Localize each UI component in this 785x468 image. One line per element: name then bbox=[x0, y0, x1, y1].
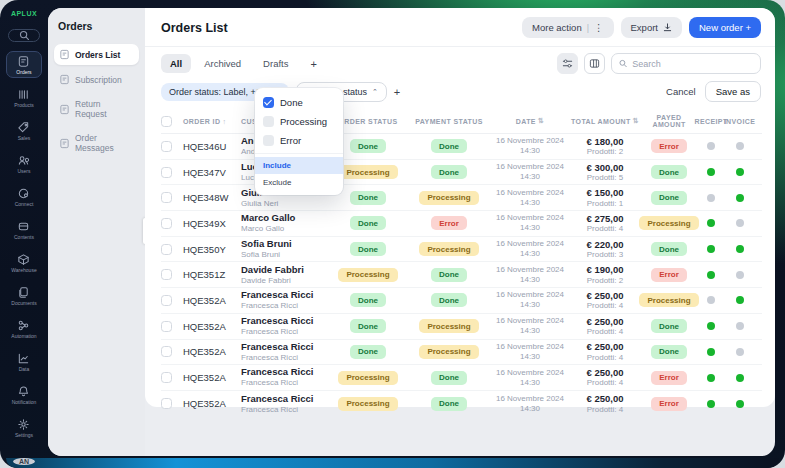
add-filter-button[interactable]: + bbox=[394, 86, 400, 98]
payed-amount-cell: Done bbox=[641, 191, 697, 205]
dropdown-option-done[interactable]: Done bbox=[255, 93, 343, 112]
rail-item-products[interactable]: Products bbox=[6, 84, 41, 111]
dropdown-option-error[interactable]: Error bbox=[255, 131, 343, 150]
rail-item-orders[interactable]: Orders bbox=[6, 51, 41, 78]
status-badge: Processing bbox=[419, 191, 478, 205]
payment-status-cell: Done bbox=[407, 165, 491, 179]
checkbox[interactable] bbox=[263, 116, 274, 127]
invoice-cell bbox=[725, 400, 754, 408]
total-amount-cell: € 190,00Prodotti: 2 bbox=[569, 264, 641, 285]
rail-item-automation[interactable]: Automation bbox=[6, 315, 41, 342]
status-badge: Done bbox=[350, 139, 386, 153]
status-badge: Processing bbox=[639, 293, 698, 307]
row-checkbox[interactable] bbox=[161, 218, 172, 229]
sort-icon[interactable]: ↑ bbox=[222, 118, 226, 125]
page-header: Orders List More action|⋮ Export New ord… bbox=[145, 8, 775, 47]
sidebar-item-order-messages[interactable]: Order Messages bbox=[54, 128, 139, 158]
orders-sidebar: Orders Orders ListSubscriptionReturn Req… bbox=[48, 8, 145, 456]
table-row[interactable]: HQE350Y Sofia BruniSofia Bruni Done Proc… bbox=[161, 237, 762, 263]
rail-search-button[interactable] bbox=[8, 29, 40, 42]
columns-view-button[interactable] bbox=[584, 53, 605, 74]
save-as-button[interactable]: Save as bbox=[705, 81, 761, 102]
select-all-checkbox[interactable] bbox=[161, 116, 172, 127]
new-order-button[interactable]: New order + bbox=[689, 17, 761, 38]
search-input[interactable] bbox=[632, 59, 753, 69]
receipt-indicator-dot bbox=[707, 271, 715, 279]
tab-drafts[interactable]: Drafts bbox=[254, 54, 297, 73]
table-row[interactable]: HQE352A Francesca RicciFrancesca Ricci D… bbox=[161, 340, 762, 366]
tab-archived[interactable]: Archived bbox=[195, 54, 250, 73]
customer-cell: Francesca RicciFrancesca Ricci bbox=[241, 290, 329, 310]
payment-status-cell: Error bbox=[407, 216, 491, 230]
sidebar-item-subscription[interactable]: Subscription bbox=[54, 69, 139, 90]
rail-item-notification[interactable]: Notification bbox=[7, 381, 42, 408]
rail-item-data[interactable]: Data bbox=[6, 348, 41, 375]
search-field-wrap bbox=[611, 53, 761, 74]
invoice-cell bbox=[725, 348, 754, 356]
table-row[interactable]: HQE352A Francesca RicciFrancesca Ricci P… bbox=[161, 365, 762, 391]
sidebar-item-return-request[interactable]: Return Request bbox=[54, 94, 139, 124]
column-header-payment-status: Payment Status bbox=[407, 118, 491, 125]
date-cell: 16 Novembre 202414:30 bbox=[491, 394, 569, 414]
rail-item-documents[interactable]: Documents bbox=[6, 282, 41, 309]
row-checkbox[interactable] bbox=[161, 372, 172, 383]
automation-icon bbox=[17, 319, 30, 332]
doc-icon bbox=[59, 138, 70, 149]
order-status-cell: Processing bbox=[329, 268, 407, 282]
table-row[interactable]: HQE349X Marco GalloMarco Gallo Done Erro… bbox=[161, 211, 762, 237]
rail-item-contents[interactable]: Contents bbox=[6, 216, 41, 243]
sort-icon[interactable]: ⇅ bbox=[538, 117, 544, 125]
add-tab-button[interactable]: + bbox=[301, 54, 325, 74]
customer-cell: Sofia BruniSofia Bruni bbox=[241, 239, 329, 259]
status-badge: Processing bbox=[338, 397, 397, 411]
table-row[interactable]: HQE351Z Davide FabbriDavide Fabbri Proce… bbox=[161, 262, 762, 288]
table-row[interactable]: HQE348W Giulia NeriGiulia Neri Done Proc… bbox=[161, 185, 762, 211]
table-row[interactable]: HQE352A Francesca RicciFrancesca Ricci D… bbox=[161, 314, 762, 340]
column-header-invoice: Invoice bbox=[725, 118, 754, 125]
dropdown-include-option[interactable]: Include bbox=[255, 157, 343, 174]
checkbox[interactable] bbox=[263, 135, 274, 146]
receipt-indicator-dot bbox=[707, 400, 715, 408]
more-action-button[interactable]: More action|⋮ bbox=[522, 17, 613, 38]
chevron-up-icon: ⌃ bbox=[372, 88, 378, 96]
column-header-date: Date⇅ bbox=[491, 117, 569, 125]
rail-item-users[interactable]: Users bbox=[6, 150, 41, 177]
search-icon bbox=[619, 59, 627, 68]
filter-sliders-button[interactable] bbox=[557, 53, 578, 74]
row-checkbox[interactable] bbox=[161, 398, 172, 409]
user-avatar[interactable]: AN bbox=[13, 458, 35, 465]
sidebar-item-orders-list[interactable]: Orders List bbox=[54, 44, 139, 65]
invoice-indicator-dot bbox=[736, 348, 744, 356]
row-checkbox[interactable] bbox=[161, 321, 172, 332]
row-checkbox[interactable] bbox=[161, 346, 172, 357]
table-row[interactable]: HQE347V Luca BianchiLuca Bianchi Process… bbox=[161, 160, 762, 186]
rail-item-connect[interactable]: Connect bbox=[6, 183, 41, 210]
cancel-button[interactable]: Cancel bbox=[666, 86, 696, 97]
dropdown-option-processing[interactable]: Processing bbox=[255, 112, 343, 131]
status-badge: Done bbox=[651, 319, 687, 333]
row-checkbox[interactable] bbox=[161, 141, 172, 152]
column-header-order-id: Order ID↑ bbox=[183, 118, 241, 125]
row-checkbox[interactable] bbox=[161, 192, 172, 203]
export-button[interactable]: Export bbox=[621, 17, 682, 38]
main-area: Orders List More action|⋮ Export New ord… bbox=[145, 8, 775, 456]
row-checkbox[interactable] bbox=[161, 269, 172, 280]
row-checkbox[interactable] bbox=[161, 167, 172, 178]
row-checkbox[interactable] bbox=[161, 244, 172, 255]
table-row[interactable]: HQE352A Francesca RicciFrancesca Ricci P… bbox=[161, 391, 762, 417]
status-badge: Done bbox=[350, 319, 386, 333]
dropdown-exclude-option[interactable]: Exclude bbox=[255, 174, 343, 191]
row-checkbox[interactable] bbox=[161, 295, 172, 306]
date-cell: 16 Novembre 202414:30 bbox=[491, 342, 569, 362]
rail-item-settings[interactable]: Settings bbox=[7, 414, 42, 441]
status-badge: Done bbox=[651, 191, 687, 205]
payment-status-cell: Done bbox=[407, 293, 491, 307]
tab-all[interactable]: All bbox=[161, 54, 191, 73]
checkbox-checked[interactable] bbox=[263, 97, 274, 108]
table-row[interactable]: HQE352A Francesca RicciFrancesca Ricci D… bbox=[161, 288, 762, 314]
rail-item-sales[interactable]: Sales bbox=[6, 117, 41, 144]
order-id: HQE352A bbox=[183, 346, 241, 357]
sort-icon[interactable]: ⇅ bbox=[633, 117, 639, 125]
table-row[interactable]: HQE346U Andrea RossiAndrea Rossi Done Do… bbox=[161, 134, 762, 160]
rail-item-warehouse[interactable]: Warehouse bbox=[6, 249, 41, 276]
